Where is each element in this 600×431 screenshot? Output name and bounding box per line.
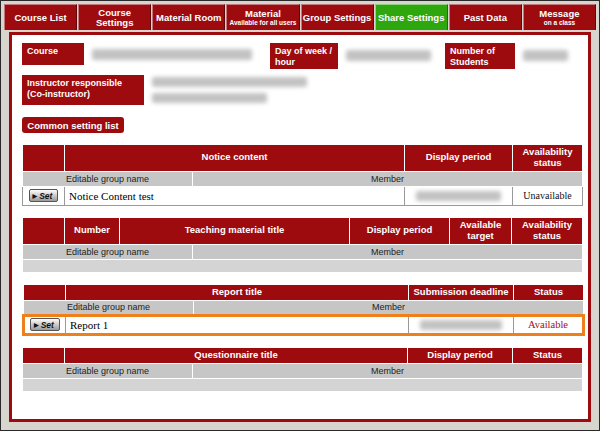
questionnaire-set-column-header xyxy=(23,347,65,363)
report-status-cell: Available xyxy=(514,315,584,334)
report-set-column-header xyxy=(24,284,66,300)
report-deadline-cell xyxy=(409,315,514,334)
notice-status-cell: Unavailable xyxy=(513,186,583,205)
notice-member-subheader: Member xyxy=(193,171,583,186)
blurred-course-name xyxy=(92,49,252,60)
tab-label: Material Room xyxy=(156,13,221,23)
play-icon: ▶ xyxy=(33,192,38,199)
questionnaire-table: Questionnaire title Display period Statu… xyxy=(22,347,583,392)
tab-past-data[interactable]: Past Data xyxy=(449,4,522,30)
report-member-subheader: Member xyxy=(194,300,584,315)
notice-group-subheader: Editable group name xyxy=(23,171,193,186)
notice-period-header: Display period xyxy=(405,145,513,172)
tab-label: Course Settings xyxy=(79,8,150,28)
tab-label: Material xyxy=(245,9,281,19)
teaching-material-table: Number Teaching material title Display p… xyxy=(22,217,583,273)
tab-course-settings[interactable]: Course Settings xyxy=(78,4,151,30)
tab-material[interactable]: Material Available for all users xyxy=(226,4,299,30)
instructor-values xyxy=(144,75,307,105)
material-group-subheader: Editable group name xyxy=(23,244,193,259)
tab-material-room[interactable]: Material Room xyxy=(152,4,225,30)
material-period-header: Display period xyxy=(350,217,450,244)
tab-label: Share Settings xyxy=(378,13,445,23)
tab-group-settings[interactable]: Group Settings xyxy=(301,4,374,30)
share-settings-page: Course List Course Settings Material Roo… xyxy=(0,0,600,431)
blurred-student-count xyxy=(523,50,568,61)
tab-label: Past Data xyxy=(464,13,507,23)
tab-course-list[interactable]: Course List xyxy=(4,4,77,30)
tab-label: Group Settings xyxy=(303,13,372,23)
instructor-row: Instructor responsible (Co-instructor) xyxy=(22,75,578,105)
report-deadline-header: Submission deadline xyxy=(409,284,514,300)
day-of-week-label: Day of week / hour xyxy=(270,43,338,69)
questionnaire-group-subheader: Editable group name xyxy=(23,363,193,378)
report-table: Report title Submission deadline Status … xyxy=(22,284,585,336)
report-group-subheader: Editable group name xyxy=(24,300,194,315)
blurred-day-hour xyxy=(346,50,431,61)
tab-sublabel: on a class xyxy=(544,20,575,27)
tab-label: Course List xyxy=(14,13,66,23)
notice-period-cell xyxy=(405,186,513,205)
questionnaire-status-header: Status xyxy=(513,347,583,363)
tab-message[interactable]: Message on a class xyxy=(523,4,596,30)
material-empty-row xyxy=(23,259,583,272)
report-title-header: Report title xyxy=(66,284,409,300)
tab-label: Message xyxy=(539,9,579,19)
report-title-cell: Report 1 xyxy=(66,315,409,334)
tab-sublabel: Available for all users xyxy=(229,20,296,27)
material-number-header: Number xyxy=(65,217,120,244)
blurred-display-period xyxy=(416,191,501,201)
material-set-column-header xyxy=(23,217,65,244)
blurred-co-instructor-name xyxy=(152,93,267,103)
report-status-header: Status xyxy=(514,284,584,300)
questionnaire-empty-row xyxy=(23,378,583,391)
notice-set-column-header xyxy=(23,145,65,172)
material-target-header: Available target xyxy=(450,217,512,244)
course-label: Course xyxy=(22,43,84,65)
material-title-header: Teaching material title xyxy=(120,217,350,244)
set-button-label: Set xyxy=(41,320,54,330)
play-icon: ▶ xyxy=(34,321,39,328)
report-set-button[interactable]: ▶Set xyxy=(30,318,60,331)
blurred-submission-deadline xyxy=(420,320,503,330)
questionnaire-period-header: Display period xyxy=(408,347,513,363)
common-setting-list-button[interactable]: Common setting list xyxy=(22,117,124,133)
material-member-subheader: Member xyxy=(193,244,583,259)
notice-set-cell: ▶Set xyxy=(23,186,65,205)
material-status-header: Availability status xyxy=(512,217,583,244)
set-button-label: Set xyxy=(39,191,52,201)
notice-table: Notice content Display period Availabili… xyxy=(22,144,583,206)
notice-status-header: Availability status xyxy=(513,145,583,172)
notice-set-button[interactable]: ▶Set xyxy=(29,189,59,202)
questionnaire-member-subheader: Member xyxy=(193,363,583,378)
notice-content-header: Notice content xyxy=(65,145,405,172)
instructor-label: Instructor responsible (Co-instructor) xyxy=(22,75,144,105)
notice-content-cell: Notice Content test xyxy=(65,186,405,205)
main-panel: Course Day of week / hour Number of Stud… xyxy=(9,32,591,422)
number-of-students-label: Number of Students xyxy=(445,43,515,69)
tab-share-settings[interactable]: Share Settings xyxy=(375,4,448,30)
blurred-instructor-name xyxy=(152,77,307,87)
report-set-cell: ▶Set xyxy=(24,315,66,334)
questionnaire-title-header: Questionnaire title xyxy=(65,347,408,363)
tab-bar: Course List Course Settings Material Roo… xyxy=(1,1,599,30)
report-row-highlighted: ▶Set Report 1 Available xyxy=(24,315,584,334)
notice-row: ▶Set Notice Content test Unavailable xyxy=(23,186,583,205)
course-info-row: Course Day of week / hour Number of Stud… xyxy=(22,43,578,69)
